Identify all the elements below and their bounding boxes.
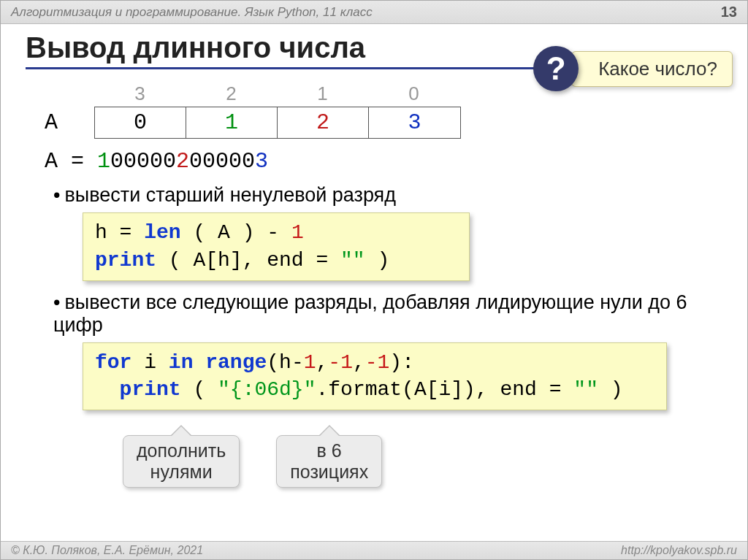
question-mark-icon: ? [533,46,579,91]
question-text: Какое число? [571,51,733,87]
array-diagram: 3 2 1 0 A 0 1 2 3 [37,83,722,139]
footer-url: http://kpolyakov.spb.ru [621,544,737,557]
array-index: 0 [368,83,459,105]
code-block-2: for i in range(h-1,-1,-1): print ( "{:06… [83,342,667,411]
eq-part: 3 [255,149,268,174]
bullet-1: •вывести старший ненулевой разряд [53,184,722,207]
pointer-fill-zeros: дополнитьнулями [123,435,240,488]
code-line: print ( "{:06d}".format(A[i]), end = "" … [95,376,654,404]
eq-part: 00000 [189,149,255,174]
annotation-pointers: дополнитьнулями в 6позициях [83,435,722,488]
array-index: 3 [94,83,186,105]
array-cell: 2 [278,107,369,138]
course-title: Алгоритмизация и программирование. Язык … [11,5,373,20]
eq-lhs: A = [45,149,97,174]
eq-part: 00000 [110,149,176,174]
array-cell: 3 [369,107,460,138]
array-index: 1 [277,83,368,105]
code-line: h = len ( A ) - 1 [95,219,457,247]
footer-bar: © К.Ю. Поляков, Е.А. Ерёмин, 2021 http:/… [1,541,747,559]
code-line: print ( A[h], end = "" ) [95,247,457,275]
code-line: for i in range(h-1,-1,-1): [95,349,654,377]
bullet-text: вывести старший ненулевой разряд [64,184,396,206]
top-bar: Алгоритмизация и программирование. Язык … [1,1,747,24]
array-cell: 0 [95,107,186,138]
array-label: A [37,110,84,135]
eq-part: 2 [176,149,189,174]
eq-part: 1 [97,149,110,174]
equation-line: A = 1000002000003 [45,149,722,174]
bullet-2: •вывести все следующие разряды, добавляя… [53,291,722,337]
page-number: 13 [721,4,737,20]
code-block-1: h = len ( A ) - 1 print ( A[h], end = ""… [83,212,470,281]
footer-copyright: © К.Ю. Поляков, Е.А. Ерёмин, 2021 [11,544,203,557]
bullet-text: вывести все следующие разряды, добавляя … [53,291,687,336]
pointer-six-positions: в 6позициях [276,435,382,488]
array-cell: 1 [186,107,278,138]
array-index: 2 [186,83,277,105]
